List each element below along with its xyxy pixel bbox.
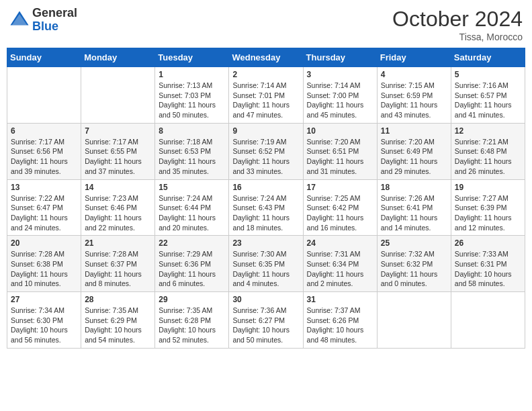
day-number: 20: [11, 238, 77, 248]
weekday-header: Wednesday: [229, 48, 303, 67]
day-number: 9: [232, 126, 299, 136]
calendar-cell: 28Sunrise: 7:35 AMSunset: 6:29 PMDayligh…: [81, 292, 155, 349]
calendar-cell: 8Sunrise: 7:18 AMSunset: 6:53 PMDaylight…: [155, 123, 229, 179]
day-number: 4: [381, 70, 447, 79]
calendar-cell: 31Sunrise: 7:37 AMSunset: 6:26 PMDayligh…: [303, 292, 377, 349]
day-number: 19: [455, 183, 521, 192]
day-info: Sunrise: 7:30 AMSunset: 6:35 PMDaylight:…: [232, 249, 299, 289]
calendar-cell: 21Sunrise: 7:28 AMSunset: 6:37 PMDayligh…: [81, 236, 155, 292]
calendar-cell: 4Sunrise: 7:15 AMSunset: 6:59 PMDaylight…: [377, 67, 451, 124]
day-info: Sunrise: 7:28 AMSunset: 6:38 PMDaylight:…: [11, 249, 77, 289]
day-number: 13: [11, 183, 77, 192]
day-number: 11: [381, 126, 447, 136]
day-number: 22: [159, 238, 225, 248]
calendar-cell: 12Sunrise: 7:21 AMSunset: 6:48 PMDayligh…: [451, 123, 525, 179]
day-info: Sunrise: 7:17 AMSunset: 6:56 PMDaylight:…: [11, 137, 77, 177]
weekday-header: Monday: [81, 48, 155, 67]
calendar-week-row: 6Sunrise: 7:17 AMSunset: 6:56 PMDaylight…: [7, 123, 525, 179]
day-info: Sunrise: 7:13 AMSunset: 7:03 PMDaylight:…: [159, 81, 225, 120]
weekday-header-row: SundayMondayTuesdayWednesdayThursdayFrid…: [7, 48, 525, 67]
day-number: 2: [232, 70, 299, 79]
day-info: Sunrise: 7:18 AMSunset: 6:53 PMDaylight:…: [159, 137, 225, 177]
month-title: October 2024: [392, 7, 523, 32]
day-number: 21: [85, 238, 151, 248]
day-info: Sunrise: 7:16 AMSunset: 6:57 PMDaylight:…: [455, 81, 521, 120]
calendar-cell: 19Sunrise: 7:27 AMSunset: 6:39 PMDayligh…: [451, 179, 525, 236]
day-info: Sunrise: 7:14 AMSunset: 7:00 PMDaylight:…: [307, 81, 373, 120]
calendar-cell: 23Sunrise: 7:30 AMSunset: 6:35 PMDayligh…: [229, 236, 303, 292]
weekday-header: Thursday: [303, 48, 377, 67]
calendar-cell: 13Sunrise: 7:22 AMSunset: 6:47 PMDayligh…: [7, 179, 81, 236]
calendar-week-row: 1Sunrise: 7:13 AMSunset: 7:03 PMDaylight…: [7, 67, 525, 124]
day-number: 26: [455, 238, 521, 248]
day-number: 7: [85, 126, 151, 136]
calendar-cell: 1Sunrise: 7:13 AMSunset: 7:03 PMDaylight…: [155, 67, 229, 124]
day-number: 23: [232, 238, 299, 248]
calendar-cell: [81, 67, 155, 124]
logo-blue: Blue: [32, 20, 77, 34]
calendar-cell: 29Sunrise: 7:35 AMSunset: 6:28 PMDayligh…: [155, 292, 229, 349]
calendar-cell: 15Sunrise: 7:24 AMSunset: 6:44 PMDayligh…: [155, 179, 229, 236]
day-info: Sunrise: 7:15 AMSunset: 6:59 PMDaylight:…: [381, 81, 447, 120]
day-info: Sunrise: 7:31 AMSunset: 6:34 PMDaylight:…: [307, 249, 373, 289]
day-info: Sunrise: 7:34 AMSunset: 6:30 PMDaylight:…: [11, 306, 77, 345]
day-info: Sunrise: 7:35 AMSunset: 6:29 PMDaylight:…: [85, 306, 151, 345]
location: Tissa, Morocco: [392, 32, 523, 42]
title-section: October 2024 Tissa, Morocco: [392, 7, 523, 42]
calendar-cell: 18Sunrise: 7:26 AMSunset: 6:41 PMDayligh…: [377, 179, 451, 236]
day-info: Sunrise: 7:25 AMSunset: 6:42 PMDaylight:…: [307, 193, 373, 233]
calendar-cell: 11Sunrise: 7:20 AMSunset: 6:49 PMDayligh…: [377, 123, 451, 179]
day-number: 17: [307, 183, 373, 192]
weekday-header: Saturday: [451, 48, 525, 67]
day-number: 16: [232, 183, 299, 192]
day-info: Sunrise: 7:19 AMSunset: 6:52 PMDaylight:…: [232, 137, 299, 177]
logo: General Blue: [9, 7, 77, 34]
day-info: Sunrise: 7:32 AMSunset: 6:32 PMDaylight:…: [381, 249, 447, 289]
calendar-cell: 22Sunrise: 7:29 AMSunset: 6:36 PMDayligh…: [155, 236, 229, 292]
day-number: 30: [232, 295, 299, 304]
day-info: Sunrise: 7:29 AMSunset: 6:36 PMDaylight:…: [159, 249, 225, 289]
weekday-header: Tuesday: [155, 48, 229, 67]
day-number: 31: [307, 295, 373, 304]
day-number: 18: [381, 183, 447, 192]
day-number: 28: [85, 295, 151, 304]
calendar-cell: 3Sunrise: 7:14 AMSunset: 7:00 PMDaylight…: [303, 67, 377, 124]
calendar-cell: 16Sunrise: 7:24 AMSunset: 6:43 PMDayligh…: [229, 179, 303, 236]
day-info: Sunrise: 7:37 AMSunset: 6:26 PMDaylight:…: [307, 306, 373, 345]
day-info: Sunrise: 7:33 AMSunset: 6:31 PMDaylight:…: [455, 249, 521, 289]
calendar-cell: 5Sunrise: 7:16 AMSunset: 6:57 PMDaylight…: [451, 67, 525, 124]
day-number: 25: [381, 238, 447, 248]
day-info: Sunrise: 7:22 AMSunset: 6:47 PMDaylight:…: [11, 193, 77, 233]
weekday-header: Sunday: [7, 48, 81, 67]
calendar-cell: 27Sunrise: 7:34 AMSunset: 6:30 PMDayligh…: [7, 292, 81, 349]
day-info: Sunrise: 7:24 AMSunset: 6:44 PMDaylight:…: [159, 193, 225, 233]
calendar-cell: 17Sunrise: 7:25 AMSunset: 6:42 PMDayligh…: [303, 179, 377, 236]
day-info: Sunrise: 7:36 AMSunset: 6:27 PMDaylight:…: [232, 306, 299, 345]
calendar-cell: 2Sunrise: 7:14 AMSunset: 7:01 PMDaylight…: [229, 67, 303, 124]
day-number: 27: [11, 295, 77, 304]
weekday-header: Friday: [377, 48, 451, 67]
day-number: 10: [307, 126, 373, 136]
day-number: 24: [307, 238, 373, 248]
day-number: 1: [159, 70, 225, 79]
calendar-cell: 30Sunrise: 7:36 AMSunset: 6:27 PMDayligh…: [229, 292, 303, 349]
day-info: Sunrise: 7:24 AMSunset: 6:43 PMDaylight:…: [232, 193, 299, 233]
calendar-cell: 7Sunrise: 7:17 AMSunset: 6:55 PMDaylight…: [81, 123, 155, 179]
day-info: Sunrise: 7:35 AMSunset: 6:28 PMDaylight:…: [159, 306, 225, 345]
calendar-cell: 25Sunrise: 7:32 AMSunset: 6:32 PMDayligh…: [377, 236, 451, 292]
logo-general: General: [32, 7, 77, 20]
calendar-cell: 14Sunrise: 7:23 AMSunset: 6:46 PMDayligh…: [81, 179, 155, 236]
day-number: 29: [159, 295, 225, 304]
page-header: General Blue October 2024 Tissa, Morocco: [7, 7, 525, 42]
logo-text: General Blue: [32, 7, 77, 34]
calendar-week-row: 20Sunrise: 7:28 AMSunset: 6:38 PMDayligh…: [7, 236, 525, 292]
calendar-cell: 20Sunrise: 7:28 AMSunset: 6:38 PMDayligh…: [7, 236, 81, 292]
calendar-cell: [451, 292, 525, 349]
day-number: 5: [455, 70, 521, 79]
calendar-cell: 9Sunrise: 7:19 AMSunset: 6:52 PMDaylight…: [229, 123, 303, 179]
day-info: Sunrise: 7:17 AMSunset: 6:55 PMDaylight:…: [85, 137, 151, 177]
day-info: Sunrise: 7:20 AMSunset: 6:49 PMDaylight:…: [381, 137, 447, 177]
day-number: 12: [455, 126, 521, 136]
calendar-table: SundayMondayTuesdayWednesdayThursdayFrid…: [7, 48, 525, 349]
calendar-cell: 26Sunrise: 7:33 AMSunset: 6:31 PMDayligh…: [451, 236, 525, 292]
